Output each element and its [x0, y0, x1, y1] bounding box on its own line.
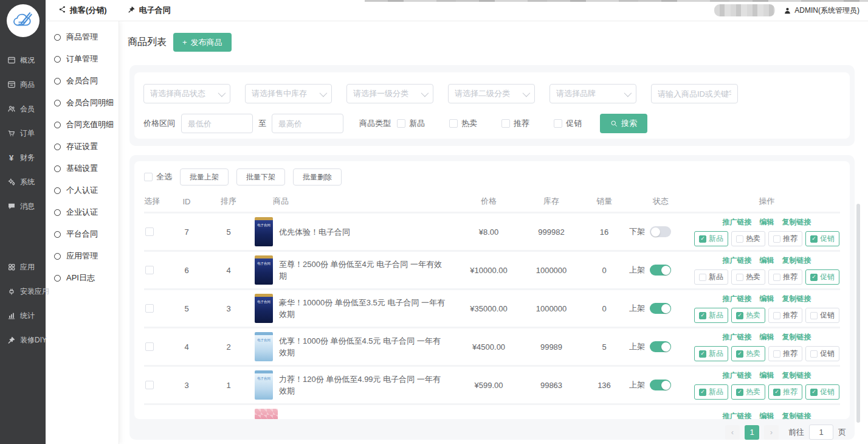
tag-checkbox-2[interactable]: 推荐	[768, 308, 802, 323]
submenu-item-personal-auth[interactable]: 个人认证	[46, 179, 119, 201]
select-category-level2[interactable]: 请选择二级分类	[448, 84, 535, 103]
row-checkbox[interactable]	[145, 266, 154, 274]
copy-link[interactable]: 复制链接	[782, 411, 811, 419]
submenu-item-app-management[interactable]: 应用管理	[46, 245, 119, 267]
submenu-item-label: 会员合同明细	[66, 97, 114, 108]
promo-link[interactable]: 推广链接	[723, 255, 752, 266]
sidebar-item-members[interactable]: 会员	[0, 97, 46, 121]
keyword-input[interactable]	[651, 84, 738, 103]
tag-checkbox-1[interactable]: ✓热卖	[731, 346, 765, 361]
submenu-item-contract-recharge-detail[interactable]: 合同充值明细	[46, 114, 119, 136]
tag-checkbox-0[interactable]: ✓新品	[694, 231, 728, 246]
promo-link[interactable]: 推广链接	[723, 294, 752, 304]
edit-link[interactable]: 编辑	[760, 411, 774, 419]
user-menu[interactable]: ADMIN(系统管理员)	[784, 5, 859, 16]
tab-tuike[interactable]: 推客(分销)	[58, 5, 107, 16]
sidebar-item-install-app[interactable]: 安装应用	[0, 279, 46, 304]
tag-checkbox-1[interactable]: 热卖	[731, 269, 765, 285]
sidebar-item-overview[interactable]: 概况	[0, 48, 46, 72]
tab-contract[interactable]: 电子合同	[128, 5, 171, 16]
edit-link[interactable]: 编辑	[760, 370, 774, 381]
select-onsale-stock[interactable]: 请选择售中库存	[245, 84, 332, 103]
tag-checkbox-0[interactable]: 新品	[694, 269, 728, 285]
sidebar-item-finance[interactable]: ¥财务	[0, 145, 46, 170]
type-checkbox-3[interactable]: 促销	[554, 118, 582, 129]
sidebar-item-diy[interactable]: 装修DIY	[0, 328, 46, 352]
submenu-item-basic-settings[interactable]: 基础设置	[46, 158, 119, 179]
submenu-item-goods-management[interactable]: 商品管理	[46, 26, 119, 48]
status-toggle[interactable]	[650, 380, 671, 390]
tag-checkbox-3[interactable]: ✓促销	[805, 231, 839, 246]
type-checkbox-2[interactable]: 推荐	[501, 118, 529, 129]
batch-delete-button[interactable]: 批量删除	[293, 168, 342, 186]
tag-checkbox-0[interactable]: ✓新品	[694, 308, 728, 323]
submenu-item-member-contract-detail[interactable]: 会员合同明细	[46, 92, 119, 114]
sidebar-item-orders[interactable]: 订单	[0, 121, 46, 145]
promo-link[interactable]: 推广链接	[723, 332, 752, 342]
status-toggle[interactable]	[650, 341, 671, 352]
price-min-input[interactable]	[181, 114, 253, 133]
edit-link[interactable]: 编辑	[760, 255, 774, 266]
batch-off-shelf-button[interactable]: 批量下架	[236, 168, 285, 186]
tag-checkbox-0[interactable]: ✓新品	[694, 346, 728, 361]
row-checkbox[interactable]	[145, 227, 154, 236]
type-checkbox-0[interactable]: 新品	[397, 118, 425, 129]
batch-on-shelf-button[interactable]: 批量上架	[180, 168, 229, 186]
apps-icon	[7, 263, 16, 272]
submenu-item-platform-contract[interactable]: 平台合同	[46, 223, 119, 245]
copy-link[interactable]: 复制链接	[782, 294, 811, 304]
goto-page-input[interactable]	[809, 425, 833, 440]
sidebar-item-stats[interactable]: 统计	[0, 304, 46, 328]
tag-checkbox-1[interactable]: ✓热卖	[731, 384, 765, 400]
tag-checkbox-1[interactable]: 热卖	[731, 231, 765, 246]
tag-checkbox-2[interactable]: 推荐	[768, 231, 802, 246]
next-page-button[interactable]: ›	[764, 425, 779, 440]
sidebar-item-goods[interactable]: 商品	[0, 72, 46, 97]
tag-checkbox-2[interactable]: 推荐	[768, 269, 802, 285]
status-toggle[interactable]	[650, 303, 671, 314]
type-checkbox-label: 促销	[566, 118, 582, 129]
sidebar-item-message[interactable]: 消息	[0, 194, 46, 218]
row-checkbox[interactable]	[145, 304, 154, 313]
promo-link[interactable]: 推广链接	[723, 217, 752, 227]
row-checkbox[interactable]	[145, 342, 154, 351]
tag-checkbox-2[interactable]: 推荐	[768, 346, 802, 361]
edit-link[interactable]: 编辑	[760, 217, 774, 227]
price-max-input[interactable]	[272, 114, 343, 133]
copy-link[interactable]: 复制链接	[782, 217, 811, 227]
submenu-item-member-contract[interactable]: 会员合同	[46, 70, 119, 92]
copy-link[interactable]: 复制链接	[782, 332, 811, 342]
current-page-button[interactable]: 1	[745, 425, 759, 440]
type-checkbox-1[interactable]: 热卖	[449, 118, 477, 129]
submenu-item-api-log[interactable]: API日志	[46, 267, 119, 289]
select-all-checkbox[interactable]: 全选	[144, 172, 172, 182]
submenu-item-evidence-settings[interactable]: 存证设置	[46, 136, 119, 158]
status-toggle[interactable]	[650, 265, 671, 276]
prev-page-button[interactable]: ‹	[725, 425, 740, 440]
tag-checkbox-3[interactable]: 促销	[805, 346, 839, 361]
select-brand[interactable]: 请选择品牌	[549, 84, 636, 103]
edit-link[interactable]: 编辑	[760, 332, 774, 342]
submenu-item-enterprise-auth[interactable]: 企业认证	[46, 201, 119, 223]
row-checkbox[interactable]	[145, 381, 154, 389]
sidebar-item-apps[interactable]: 应用	[0, 255, 46, 279]
tag-checkbox-3[interactable]: 促销	[805, 308, 839, 323]
select-category-level1[interactable]: 请选择一级分类	[346, 84, 433, 103]
edit-link[interactable]: 编辑	[760, 294, 774, 304]
vertical-scrollbar[interactable]	[856, 204, 860, 423]
tag-checkbox-3[interactable]: ✓促销	[805, 269, 839, 285]
copy-link[interactable]: 复制链接	[782, 255, 811, 266]
tag-checkbox-1[interactable]: ✓热卖	[731, 308, 765, 323]
copy-link[interactable]: 复制链接	[782, 370, 811, 381]
search-button[interactable]: 搜索	[600, 114, 647, 133]
tag-checkbox-2[interactable]: ✓推荐	[768, 384, 802, 400]
promo-link[interactable]: 推广链接	[723, 370, 752, 381]
select-goods-status[interactable]: 请选择商品状态	[143, 84, 230, 103]
status-toggle[interactable]	[650, 226, 671, 237]
tag-checkbox-0[interactable]: ✓新品	[694, 384, 728, 400]
publish-goods-button[interactable]: + 发布商品	[173, 33, 232, 52]
sidebar-item-system[interactable]: 系统	[0, 170, 46, 194]
submenu-item-order-management[interactable]: 订单管理	[46, 48, 119, 70]
promo-link[interactable]: 推广链接	[723, 411, 752, 419]
tag-checkbox-3[interactable]: ✓促销	[805, 384, 839, 400]
